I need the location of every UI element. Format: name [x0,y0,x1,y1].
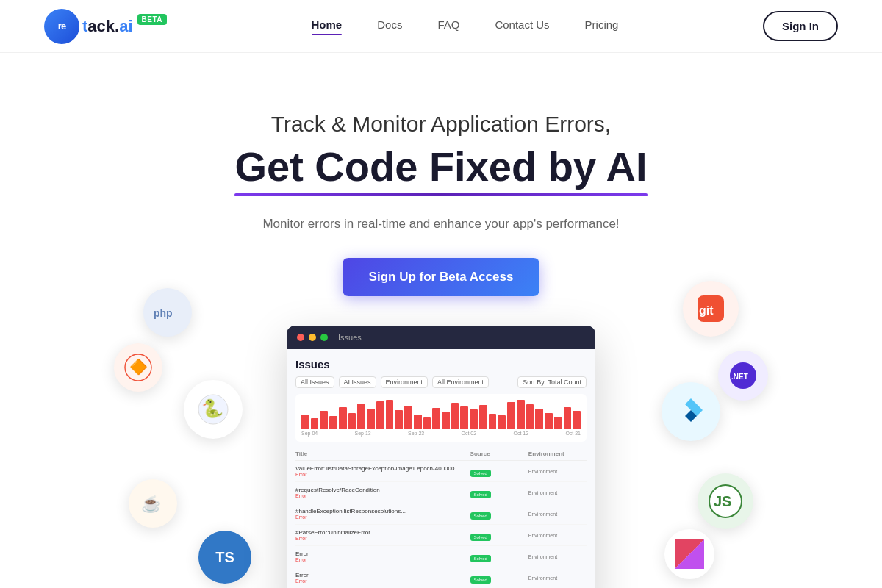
logo-text: tack.ai [82,17,133,36]
issues-header: Issues [295,358,587,370]
flutter-icon [662,382,720,441]
php-icon: php [143,288,192,337]
svg-text:☕: ☕ [141,494,162,514]
row-status-badge: Solved [470,555,491,562]
row-status-badge: Solved [470,491,491,498]
nav-link-docs[interactable]: Docs [377,18,402,34]
bar-29 [564,407,572,429]
bar-9 [376,401,384,429]
nav-link-faq[interactable]: FAQ [437,18,459,34]
nav-link-contact[interactable]: Contact Us [495,18,549,34]
row-error-label: Error [295,514,470,520]
table-row: #ParseError:UninitializeError Error Solv… [295,525,587,546]
hero-description: Monitor errors in real-time and enhance … [262,217,619,232]
git-icon: git [683,281,739,337]
window-minimize-dot [309,334,316,341]
bar-16 [442,412,450,429]
bar-13 [414,415,422,429]
chart-label-6: Oct 02 [462,431,477,436]
svg-text:JS: JS [714,493,731,509]
sort-label[interactable]: Sort By: Total Count [517,376,587,388]
bar-20 [479,405,487,429]
java-icon: ☕ [129,479,177,528]
row-environment: Environment [528,554,587,559]
app-screenshot: Issues Issues All Issues AI Issues Envir… [287,326,595,588]
swift-icon: 🔶 [114,343,162,392]
row-error-label: Error [295,472,470,477]
table-row: #handleException:listResponsesolutions..… [295,503,587,525]
row-title: ValueError: list/DataStorageException-im… [295,465,470,472]
bar-11 [395,410,403,429]
svg-text:git: git [699,304,714,317]
error-chart: Sep 04 Sep 13 Sep 23 Oct 02 Oct 12 Oct 2… [295,394,587,442]
bar-12 [404,406,412,429]
screenshot-body: Issues All Issues AI Issues Environment … [287,349,595,588]
svg-text:🐍: 🐍 [201,398,223,419]
row-error-label: Error [295,493,470,498]
table-row: ValueError: list/DataStorageException-im… [295,461,587,482]
bar-4 [329,416,337,429]
row-status-badge: Solved [470,470,491,477]
dotnet-icon: .NET [718,351,768,401]
hero-title: Get Code Fixed by AI [234,143,647,190]
bar-2 [311,418,319,429]
bar-8 [367,409,375,429]
navbar: re tack.ai BETA Home Docs FAQ Contact Us… [0,0,882,53]
chart-label-10: Oct 21 [565,431,581,436]
bar-14 [423,417,431,429]
table-row: Error Error Solved Environment [295,546,587,567]
bar-27 [545,413,553,429]
nav-link-pricing[interactable]: Pricing [585,18,619,34]
bar-26 [535,409,543,429]
screenshot-titlebar: Issues [287,326,595,349]
row-title: Error [295,551,470,557]
typescript-icon: TS [198,531,251,584]
row-environment: Environment [528,490,587,495]
signin-button[interactable]: Sign In [763,11,838,41]
logo: re tack.ai BETA [44,9,167,44]
row-status-badge: Solved [470,534,491,541]
row-title: #requestResolve/RaceCondition [295,487,470,493]
row-status-badge: Solved [470,512,491,520]
bar-3 [320,411,328,429]
col-environment: Environment [528,451,587,457]
bar-19 [470,409,478,429]
bar-1 [301,415,309,429]
chart-bars [301,400,581,429]
chart-label-4: Sep 23 [408,431,424,436]
screenshot-title-label: Issues [338,333,362,342]
bar-28 [554,417,562,429]
svg-text:php: php [154,307,173,319]
row-title: #ParseError:UninitializeError [295,529,470,536]
filter-all-issues[interactable]: All Issues [295,376,334,388]
bar-18 [460,406,468,429]
row-environment: Environment [528,469,587,474]
bar-6 [348,413,356,429]
filter-ai-issues[interactable]: AI Issues [339,376,376,388]
row-error-label: Error [295,536,470,541]
row-title: #handleException:listResponsesolutions..… [295,508,470,514]
signup-beta-button[interactable]: Sign Up for Beta Access [343,258,540,296]
logo-circle: re [44,9,79,44]
col-source: Source [470,451,528,457]
nodejs-icon: JS [698,473,753,529]
filter-all-environment[interactable]: All Environment [432,376,489,388]
python-icon: 🐍 [184,380,243,439]
row-error-label: Error [295,578,470,584]
bar-21 [489,414,497,429]
bar-22 [498,415,506,429]
chart-label-8: Oct 12 [513,431,528,436]
bar-10 [386,400,394,429]
issues-filters: All Issues AI Issues Environment All Env… [295,376,587,388]
filter-environment[interactable]: Environment [381,376,429,388]
bar-25 [526,404,534,429]
nav-links: Home Docs FAQ Contact Us Pricing [312,18,619,34]
chart-labels: Sep 04 Sep 13 Sep 23 Oct 02 Oct 12 Oct 2… [301,431,581,436]
bar-17 [451,403,459,429]
bar-15 [432,408,440,429]
nav-link-home[interactable]: Home [312,18,343,34]
bar-23 [507,402,515,429]
table-row: Error Error Solved Environment [295,567,587,588]
chart-label-0: Sep 04 [301,431,318,436]
window-maximize-dot [320,334,328,341]
